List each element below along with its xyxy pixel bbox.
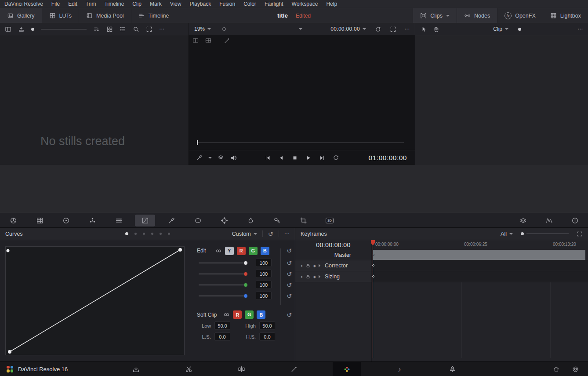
channel-g-button[interactable]: G (249, 247, 258, 255)
green-gain-value[interactable]: 100 (256, 281, 272, 289)
node-zoom-slider-knob[interactable] (518, 28, 521, 31)
keyframe-diamond-icon[interactable]: ◆ (313, 264, 316, 268)
viewer-timecode-field[interactable]: 00:00:00:00 (330, 26, 366, 32)
gear-icon[interactable] (572, 365, 579, 373)
curve-graph[interactable] (5, 246, 185, 355)
play-icon[interactable] (305, 155, 312, 161)
stop-icon[interactable] (292, 155, 298, 161)
curves-more-icon[interactable]: ⋯ (284, 231, 290, 237)
menu-fusion[interactable]: Fusion (219, 1, 235, 7)
menu-timeline[interactable]: Timeline (104, 1, 124, 7)
menu-playback[interactable]: Playback (189, 1, 211, 7)
palette-stereo-3d-button[interactable]: 3D (316, 213, 343, 228)
soft-clip-reset-button[interactable]: ↺ (287, 312, 292, 318)
expand-panel-icon[interactable] (146, 26, 152, 33)
slider-knob[interactable] (244, 261, 247, 265)
pan-hand-icon[interactable] (433, 26, 439, 33)
soft-clip-r-button[interactable]: R (233, 310, 242, 319)
page-media-button[interactable] (109, 362, 162, 376)
scopes-panel-toggle-button[interactable] (536, 213, 562, 228)
nodes-more-icon[interactable]: ⋯ (577, 26, 583, 32)
green-reset-button[interactable]: ↺ (287, 282, 292, 288)
soft-clip-b-button[interactable]: B (257, 310, 265, 319)
track-enable-dot[interactable]: ● (301, 264, 303, 268)
luts-toggle-button[interactable]: LUTs (42, 8, 79, 23)
channel-r-button[interactable]: R (237, 247, 246, 255)
master-track-bar[interactable] (373, 250, 585, 260)
keyframes-ruler[interactable]: 00:00:00:00 00:00:00:00 00:00:06:25 00:0… (295, 240, 588, 250)
master-track[interactable] (371, 250, 588, 260)
low-value[interactable]: 50.0 (214, 321, 230, 330)
blue-gain-value[interactable]: 100 (256, 292, 272, 300)
soft-clip-g-button[interactable]: G (245, 310, 254, 319)
gang-link-icon[interactable] (215, 248, 222, 254)
channel-b-button[interactable]: B (261, 247, 269, 255)
keyframes-zoom-slider[interactable] (526, 234, 569, 234)
sizing-track[interactable] (371, 271, 588, 282)
page-fusion-button[interactable] (268, 362, 320, 376)
nodes-toggle-button[interactable]: Nodes (457, 8, 497, 23)
ls-value[interactable]: 0.0 (214, 332, 230, 341)
color-picker-icon[interactable] (196, 154, 203, 161)
slider-knob[interactable] (244, 294, 247, 298)
page-cut-button[interactable] (162, 362, 215, 376)
high-value[interactable]: 50.0 (259, 321, 275, 330)
track-row-master[interactable]: Master (295, 250, 588, 260)
home-icon[interactable] (553, 365, 560, 372)
luma-gain-value[interactable]: 100 (256, 259, 272, 267)
red-reset-button[interactable]: ↺ (287, 271, 292, 277)
keyframes-expand-icon[interactable] (577, 231, 583, 237)
grade-bypass-icon[interactable] (375, 26, 381, 33)
cursor-tool-icon[interactable] (421, 26, 427, 33)
gallery-more-icon[interactable]: ⋯ (159, 26, 164, 32)
menu-app[interactable]: DaVinci Resolve (4, 1, 43, 7)
thumb-size-slider-knob[interactable] (31, 28, 34, 31)
palette-sizing-button[interactable] (290, 213, 316, 228)
keyframes-zoom-slider-knob[interactable] (521, 232, 524, 235)
pager-dot[interactable] (125, 232, 128, 235)
keyframe-diamond-icon[interactable]: ◆ (313, 275, 316, 279)
palette-color-wheels-button[interactable] (53, 213, 79, 228)
list-view-icon[interactable] (120, 26, 126, 33)
viewer-expand-icon[interactable] (390, 26, 396, 33)
still-album-icon[interactable] (222, 27, 226, 31)
slider-knob[interactable] (244, 272, 247, 276)
keyframes-filter-select[interactable]: All (501, 231, 513, 237)
enhanced-viewer-wand-icon[interactable] (224, 37, 231, 44)
corrector-track[interactable] (371, 260, 588, 271)
palette-motion-effects-button[interactable] (105, 213, 132, 228)
unmix-layers-icon[interactable] (218, 154, 224, 161)
palette-tracker-button[interactable] (211, 213, 237, 228)
red-gain-value[interactable]: 100 (256, 270, 272, 278)
menu-trim[interactable]: Trim (86, 1, 96, 7)
clips-toggle-button[interactable]: Clips (413, 8, 457, 23)
info-panel-toggle-button[interactable] (562, 213, 588, 228)
curves-reset-button[interactable]: ↺ (268, 231, 273, 237)
expand-chevron-icon[interactable] (319, 264, 320, 267)
blue-reset-button[interactable]: ↺ (287, 293, 292, 299)
curves-preset-select[interactable]: Custom (232, 231, 257, 237)
viewer-scrubber[interactable] (197, 142, 404, 143)
scrubber-playhead[interactable] (197, 140, 198, 145)
palette-camera-raw-button[interactable] (0, 213, 26, 228)
search-icon[interactable] (133, 26, 139, 33)
edit-reset-button[interactable]: ↺ (287, 248, 292, 254)
sort-icon[interactable] (93, 26, 100, 33)
slider-knob[interactable] (244, 283, 247, 287)
menu-color[interactable]: Color (243, 1, 256, 7)
node-view-mode-select[interactable]: Clip (493, 26, 508, 32)
menu-edit[interactable]: Edit (68, 1, 77, 7)
soft-clip-link-icon[interactable] (223, 311, 230, 318)
viewer-zoom-select[interactable]: 19% (194, 26, 211, 32)
pager-dot[interactable] (168, 233, 170, 235)
go-to-end-icon[interactable] (319, 155, 325, 161)
palette-power-window-button[interactable] (185, 213, 211, 228)
lightbox-toggle-button[interactable]: Lightbox (543, 8, 588, 23)
loop-icon[interactable] (333, 154, 339, 161)
timeline-strip[interactable] (0, 165, 588, 213)
palette-qualifier-button[interactable] (158, 213, 185, 228)
gallery-toggle-button[interactable]: Gallery (0, 8, 42, 23)
nodes-panel[interactable] (415, 35, 588, 165)
panel-toggle-icon[interactable] (5, 26, 11, 33)
luma-gain-slider[interactable] (199, 263, 246, 263)
